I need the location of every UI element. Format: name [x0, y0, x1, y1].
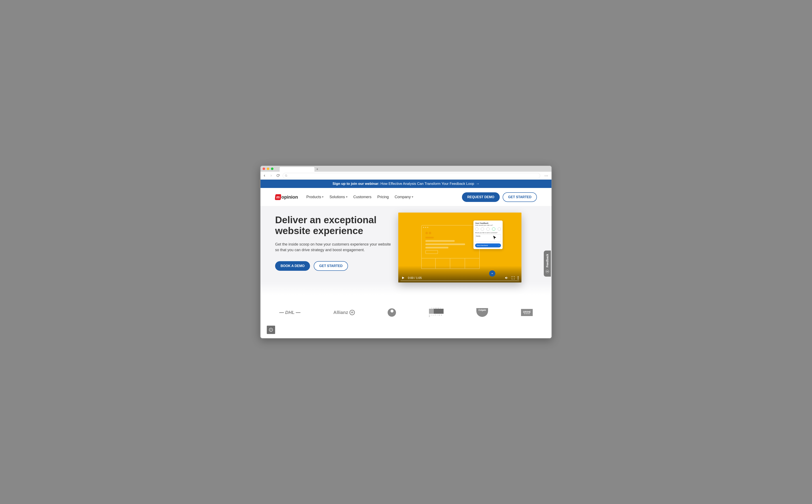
- vodafone-icon: [387, 308, 396, 317]
- logo-vodafone: [387, 308, 396, 317]
- nav-pricing[interactable]: Pricing: [377, 195, 389, 199]
- play-button[interactable]: [401, 276, 405, 280]
- nav-label: Products: [306, 195, 321, 199]
- chevron-down-icon: [322, 197, 323, 198]
- announcement-banner[interactable]: Sign up to join our webinar: How Effecti…: [260, 180, 552, 188]
- cookie-icon: [269, 328, 273, 332]
- nav-solutions[interactable]: Solutions: [329, 195, 347, 199]
- svg-rect-8: [352, 312, 353, 313]
- cursor-icon: [493, 235, 497, 240]
- rating-face-2: [481, 227, 484, 231]
- logo-allianz-text: Allianz: [333, 310, 348, 315]
- close-window-button[interactable]: [262, 168, 265, 170]
- nav-company[interactable]: Company: [395, 195, 413, 199]
- svg-line-1: [286, 176, 287, 176]
- client-logos: — DHL — Allianz T O M M Y H I L F I G E …: [260, 295, 552, 338]
- svg-point-16: [270, 330, 271, 331]
- feedback-widget-preview: Your Feedback How would you rate us? Wou…: [474, 221, 503, 249]
- widget-title: Your Feedback: [475, 222, 501, 224]
- logo-colgate-text: Colgate: [479, 309, 486, 311]
- nav-label: Customers: [353, 195, 371, 199]
- main-nav: m opinion Products Solutions Customers P…: [260, 188, 552, 206]
- svg-point-10: [547, 271, 547, 272]
- hero-video[interactable]: Your Feedback How would you rate us? Wou…: [398, 213, 522, 282]
- browser-menu-button[interactable]: ⋯: [543, 173, 550, 178]
- logo-text: opinion: [281, 194, 298, 200]
- widget-send-button: Send feedback ›: [475, 243, 501, 247]
- nav-label: Company: [395, 195, 411, 199]
- banner-text: How Effective Analysis Can Transform You…: [380, 182, 474, 186]
- widget-textarea: Easily: [475, 234, 501, 242]
- arrow-right-icon: →: [476, 182, 480, 186]
- tommy-flag-icon: [429, 309, 444, 314]
- logo[interactable]: m opinion: [275, 194, 298, 200]
- svg-point-12: [548, 271, 548, 272]
- address-bar[interactable]: [283, 173, 540, 178]
- cookie-settings-button[interactable]: [267, 326, 275, 334]
- logo-tommy: T O M M Y H I L F I G E R: [429, 307, 444, 317]
- logo-mark: m: [275, 194, 281, 200]
- book-demo-button[interactable]: BOOK A DEMO: [275, 261, 310, 271]
- logo-grohe-text: GROHE: [523, 311, 531, 313]
- forward-button[interactable]: [269, 174, 273, 178]
- back-button[interactable]: [262, 174, 266, 178]
- logo-allianz: Allianz: [333, 310, 355, 315]
- nav-label: Pricing: [377, 195, 389, 199]
- logo-colgate: Colgate: [476, 308, 488, 317]
- svg-point-11: [547, 271, 548, 272]
- rating-face-4: [492, 227, 495, 231]
- widget-send-label: Send feedback: [477, 244, 488, 246]
- logo-dhl: — DHL —: [279, 310, 300, 315]
- grohe-badge: GROHE: [521, 309, 533, 316]
- widget-question: Would you like to add a comment?: [475, 232, 501, 233]
- get-started-nav-button[interactable]: GET STARTED: [503, 192, 537, 202]
- widget-subtitle: How would you rate us?: [475, 224, 501, 226]
- chevron-down-icon: [412, 197, 413, 198]
- fullscreen-button[interactable]: [512, 276, 515, 280]
- maximize-window-button[interactable]: [271, 168, 273, 170]
- get-started-hero-button[interactable]: GET STARTED: [314, 261, 348, 271]
- svg-point-5: [518, 279, 519, 280]
- reload-button[interactable]: [276, 174, 280, 178]
- volume-button[interactable]: [505, 276, 509, 280]
- request-demo-button[interactable]: REQUEST DEMO: [462, 192, 500, 202]
- video-time: 0:00 / 1:05: [408, 276, 422, 280]
- svg-point-3: [518, 276, 519, 277]
- browser-toolbar: ⋯: [260, 172, 552, 180]
- rating-face-1: [475, 227, 479, 231]
- svg-point-0: [285, 175, 287, 176]
- video-progress[interactable]: [400, 280, 519, 281]
- svg-point-15: [271, 329, 272, 330]
- nav-products[interactable]: Products: [306, 195, 323, 199]
- chevron-down-icon: [346, 197, 347, 198]
- feedback-tab-label: Feedback: [546, 254, 549, 267]
- svg-point-14: [270, 329, 271, 330]
- feedback-side-tab[interactable]: Feedback: [544, 251, 551, 277]
- rating-face-5: [498, 227, 501, 231]
- svg-marker-2: [402, 277, 404, 279]
- new-tab-button[interactable]: +: [315, 167, 320, 172]
- widget-textarea-text: Easily: [476, 235, 480, 237]
- allianz-icon: [349, 310, 355, 315]
- chat-icon: [546, 270, 549, 273]
- svg-rect-6: [351, 312, 351, 313]
- hero-subtitle: Get the inside scoop on how your custome…: [275, 242, 392, 253]
- hero-title: Deliver an exceptional website experienc…: [275, 215, 392, 236]
- rating-face-3: [486, 227, 490, 231]
- banner-lead: Sign up to join our webinar:: [332, 182, 379, 186]
- logo-dhl-text: DHL: [285, 310, 294, 315]
- video-menu-button[interactable]: [518, 276, 519, 280]
- svg-point-13: [269, 328, 273, 332]
- colgate-badge: Colgate: [476, 308, 488, 317]
- svg-point-17: [271, 330, 272, 331]
- window-titlebar: +: [260, 166, 552, 172]
- nav-customers[interactable]: Customers: [353, 195, 371, 199]
- logo-grohe: GROHE: [521, 309, 533, 316]
- nav-label: Solutions: [329, 195, 345, 199]
- minimize-window-button[interactable]: [267, 168, 269, 170]
- video-mock-window: [421, 225, 480, 269]
- browser-tab[interactable]: [279, 167, 315, 172]
- search-icon: [285, 174, 287, 177]
- svg-point-4: [518, 277, 519, 278]
- svg-rect-7: [352, 311, 352, 313]
